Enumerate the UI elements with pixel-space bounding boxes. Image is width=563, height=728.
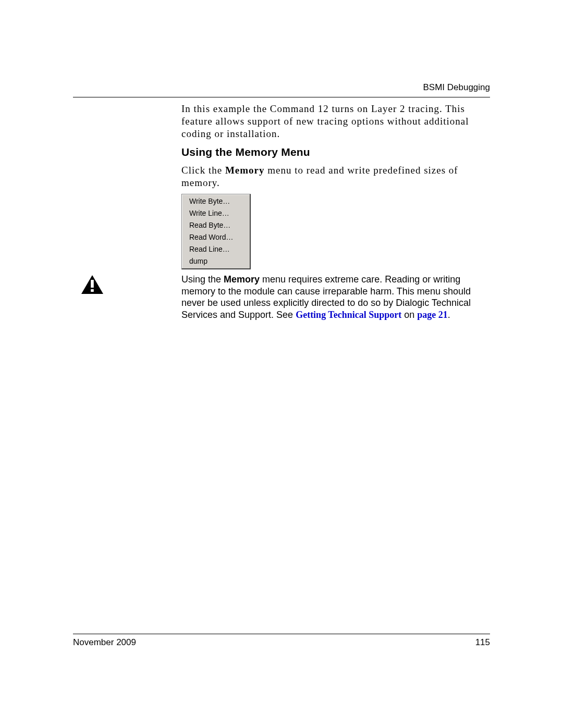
footer-rule xyxy=(73,634,490,634)
footer-page-number: 115 xyxy=(475,637,490,648)
menu-item-write-line[interactable]: Write Line… xyxy=(182,207,250,219)
svg-rect-2 xyxy=(91,289,94,292)
section-paragraph: Click the Memory menu to read and write … xyxy=(181,164,490,189)
intro-paragraph: In this example the Command 12 turns on … xyxy=(181,103,490,140)
menu-item-read-line[interactable]: Read Line… xyxy=(182,243,250,255)
section-text-prefix: Click the xyxy=(181,165,225,176)
memory-menu[interactable]: Write Byte… Write Line… Read Byte… Read … xyxy=(181,194,251,269)
warning-text: Using the Memory menu requires extreme c… xyxy=(181,274,490,320)
warning-text-end: . xyxy=(448,310,450,320)
menu-item-read-word[interactable]: Read Word… xyxy=(182,231,250,243)
footer-date: November 2009 xyxy=(73,637,136,648)
warning-block: Using the Memory menu requires extreme c… xyxy=(81,274,490,320)
link-getting-technical-support[interactable]: Getting Technical Support xyxy=(296,310,401,320)
warning-icon xyxy=(81,275,104,294)
svg-rect-1 xyxy=(91,280,94,288)
menu-item-read-byte[interactable]: Read Byte… xyxy=(182,219,250,231)
menu-item-write-byte[interactable]: Write Byte… xyxy=(182,195,250,207)
section-heading: Using the Memory Menu xyxy=(181,146,310,158)
header-rule xyxy=(73,97,490,97)
warning-text-bold: Memory xyxy=(224,274,260,285)
link-page-ref[interactable]: page 21 xyxy=(417,310,448,320)
warning-text-mid: on xyxy=(401,310,417,320)
menu-item-dump[interactable]: dump xyxy=(182,255,250,267)
page-header: BSMI Debugging xyxy=(73,82,490,97)
header-title: BSMI Debugging xyxy=(73,82,490,97)
page-footer: November 2009 115 xyxy=(73,634,490,648)
section-text-bold: Memory xyxy=(225,165,265,176)
warning-text-a: Using the xyxy=(181,274,224,285)
